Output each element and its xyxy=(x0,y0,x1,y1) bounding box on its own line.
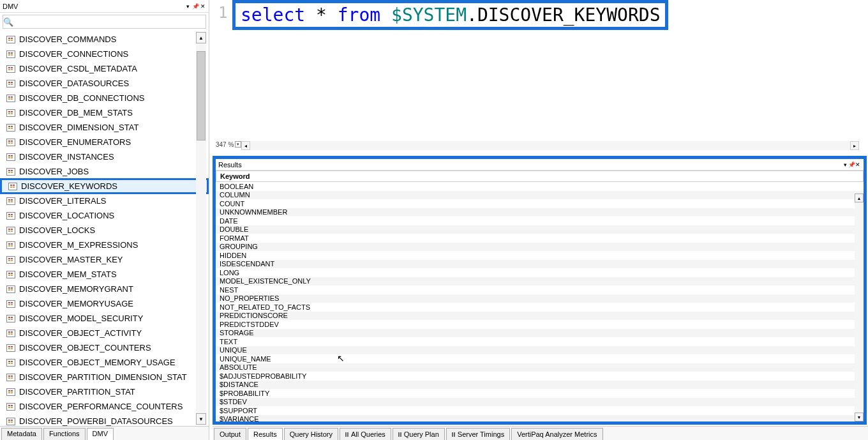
dmv-tree-item-label: DISCOVER_INSTANCES xyxy=(19,152,114,162)
dmv-tree-item[interactable]: DISCOVER_MEMORYGRANT xyxy=(0,282,209,296)
results-row[interactable]: MODEL_EXISTENCE_ONLY xyxy=(216,277,864,286)
dmv-tree-item[interactable]: DISCOVER_OBJECT_ACTIVITY xyxy=(0,326,209,340)
results-row[interactable]: HIDDEN xyxy=(216,251,864,260)
dmv-tree-item[interactable]: DISCOVER_PERFORMANCE_COUNTERS xyxy=(0,399,209,414)
results-scroll-track[interactable] xyxy=(855,202,864,413)
results-row[interactable]: TEXT xyxy=(216,337,864,346)
dmv-tree-item[interactable]: DISCOVER_DB_CONNECTIONS xyxy=(0,91,209,105)
results-row[interactable]: $SUPPORT xyxy=(216,406,864,415)
table-icon xyxy=(6,80,15,87)
column-header-keyword[interactable]: Keyword xyxy=(216,172,253,180)
results-pin-icon[interactable]: 📌 xyxy=(848,161,855,169)
panel-close-icon[interactable]: ✕ xyxy=(200,3,206,10)
results-row[interactable]: COLUMN xyxy=(216,191,864,200)
results-row[interactable]: DATE xyxy=(216,216,864,225)
dmv-tree-item[interactable]: DISCOVER_INSTANCES xyxy=(0,149,209,164)
dmv-tree-item[interactable]: DISCOVER_DB_MEM_STATS xyxy=(0,105,209,120)
dmv-tree-item[interactable]: DISCOVER_MASTER_KEY xyxy=(0,252,209,267)
results-row[interactable]: NOT_RELATED_TO_FACTS xyxy=(216,303,864,312)
dmv-search-input[interactable] xyxy=(13,17,206,26)
results-row[interactable]: ABSOLUTE xyxy=(216,363,864,372)
left-tab-metadata[interactable]: Metadata xyxy=(1,428,42,440)
dmv-search[interactable]: 🔍 xyxy=(3,15,206,29)
bottom-tab-server-timings[interactable]: Server Timings xyxy=(446,428,510,440)
dmv-tree-item[interactable]: DISCOVER_LOCKS xyxy=(0,223,209,238)
results-row[interactable]: ISDESCENDANT xyxy=(216,260,864,269)
left-tab-dmv[interactable]: DMV xyxy=(87,428,114,440)
results-row[interactable]: BOOLEAN xyxy=(216,182,864,191)
results-row[interactable]: UNIQUE xyxy=(216,346,864,355)
results-row[interactable]: NO_PROPERTIES xyxy=(216,294,864,303)
results-row[interactable]: DOUBLE xyxy=(216,225,864,234)
dmv-tree-item[interactable]: DISCOVER_OBJECT_COUNTERS xyxy=(0,340,209,355)
dmv-tree-item-label: DISCOVER_ENUMERATORS xyxy=(19,137,131,147)
dmv-tree-item[interactable]: DISCOVER_LITERALS xyxy=(0,193,209,208)
dmv-tree-item[interactable]: DISCOVER_ENUMERATORS xyxy=(0,135,209,149)
scroll-down-icon[interactable]: ▼ xyxy=(196,413,206,425)
query-editor[interactable]: 1 select * from $SYSTEM.DISCOVER_KEYWORD… xyxy=(209,0,868,150)
results-row[interactable]: COUNT xyxy=(216,199,864,208)
dmv-tree-item[interactable]: DISCOVER_MEMORYUSAGE xyxy=(0,296,209,311)
bottom-tab-all-queries[interactable]: All Queries xyxy=(340,428,391,440)
results-dropdown-icon[interactable]: ▾ xyxy=(842,161,848,169)
results-row[interactable]: PREDICTIONSCORE xyxy=(216,312,864,321)
zoom-dropdown-icon[interactable]: ▾ xyxy=(235,141,241,148)
code-highlight-box: select * from $SYSTEM.DISCOVER_KEYWORDS xyxy=(232,0,668,30)
dmv-tree-item-label: DISCOVER_LITERALS xyxy=(19,196,107,206)
dmv-tree-item[interactable]: DISCOVER_CONNECTIONS xyxy=(0,47,209,61)
scroll-up-icon[interactable]: ▲ xyxy=(196,32,206,43)
panel-dropdown-icon[interactable]: ▾ xyxy=(184,3,191,10)
bottom-tab-output[interactable]: Output xyxy=(214,428,246,440)
results-row[interactable]: $ADJUSTEDPROBABILITY xyxy=(216,372,864,381)
dmv-tree-item-label: DISCOVER_MEMORYGRANT xyxy=(19,284,133,294)
dmv-tree-item[interactable]: DISCOVER_POWERBI_DATASOURCES xyxy=(0,414,209,426)
bottom-tab-vertipaq-analyzer-metrics[interactable]: VertiPaq Analyzer Metrics xyxy=(511,428,602,440)
dmv-tree-item[interactable]: DISCOVER_PARTITION_STAT xyxy=(0,384,209,399)
scroll-thumb[interactable] xyxy=(197,51,206,140)
bottom-tab-results[interactable]: Results xyxy=(248,428,283,440)
hscroll-right-icon[interactable]: ▸ xyxy=(850,141,859,150)
results-row[interactable]: $VARIANCE xyxy=(216,415,864,422)
results-header: Results ▾ 📌 ✕ xyxy=(216,159,864,171)
hscroll-left-icon[interactable]: ◂ xyxy=(241,141,250,150)
results-row[interactable]: $PROBABILITY xyxy=(216,389,864,398)
results-row[interactable]: NEST xyxy=(216,285,864,294)
results-scroll-up-icon[interactable]: ▲ xyxy=(855,193,864,202)
dmv-tree-item[interactable]: DISCOVER_PARTITION_DIMENSION_STAT xyxy=(0,370,209,384)
left-tab-functions[interactable]: Functions xyxy=(43,428,86,440)
results-row[interactable]: LONG xyxy=(216,268,864,277)
results-grid-header[interactable]: Keyword xyxy=(216,171,864,182)
dmv-tree-item[interactable]: DISCOVER_MEM_STATS xyxy=(0,267,209,282)
zoom-value: 347 % xyxy=(216,141,234,148)
results-scroll-down-icon[interactable]: ▼ xyxy=(855,413,864,421)
table-icon xyxy=(6,36,15,43)
bottom-tab-query-plan[interactable]: Query Plan xyxy=(393,428,445,440)
dmv-tree-item[interactable]: DISCOVER_JOBS xyxy=(0,164,209,179)
dmv-tree-item[interactable]: DISCOVER_LOCATIONS xyxy=(0,208,209,223)
results-row[interactable]: FORMAT xyxy=(216,234,864,243)
dmv-tree-item-label: DISCOVER_DIMENSION_STAT xyxy=(19,123,138,132)
dmv-tree-item[interactable]: DISCOVER_DATASOURCES xyxy=(0,76,209,91)
results-row[interactable]: $DISTANCE xyxy=(216,381,864,390)
panel-pin-icon[interactable]: 📌 xyxy=(192,3,198,10)
dmv-tree-item-label: DISCOVER_MEM_STATS xyxy=(19,269,117,279)
results-row[interactable]: GROUPING xyxy=(216,243,864,252)
dmv-tree-item[interactable]: DISCOVER_OBJECT_MEMORY_USAGE xyxy=(0,355,209,370)
dmv-tree-item[interactable]: DISCOVER_CSDL_METADATA xyxy=(0,61,209,76)
bottom-tab-query-history[interactable]: Query History xyxy=(284,428,338,440)
results-row[interactable]: UNKNOWNMEMBER xyxy=(216,208,864,217)
dmv-tree-item[interactable]: DISCOVER_DIMENSION_STAT xyxy=(0,120,209,135)
results-row[interactable]: UNIQUE_NAME xyxy=(216,354,864,363)
table-icon xyxy=(6,256,15,264)
scroll-track[interactable] xyxy=(196,43,206,413)
results-close-icon[interactable]: ✕ xyxy=(855,161,861,169)
table-icon xyxy=(6,374,15,381)
results-row[interactable]: PREDICTSTDDEV xyxy=(216,320,864,329)
dmv-tree-item[interactable]: DISCOVER_MODEL_SECURITY xyxy=(0,311,209,326)
results-row[interactable]: $STDEV xyxy=(216,398,864,407)
results-row[interactable]: STORAGE xyxy=(216,329,864,338)
dmv-tree-item[interactable]: DISCOVER_KEYWORDS xyxy=(0,178,209,194)
dmv-tree-item[interactable]: DISCOVER_M_EXPRESSIONS xyxy=(0,238,209,252)
editor-hscroll[interactable]: ◂ ▸ xyxy=(241,141,859,150)
dmv-tree-item[interactable]: DISCOVER_COMMANDS xyxy=(0,32,209,47)
